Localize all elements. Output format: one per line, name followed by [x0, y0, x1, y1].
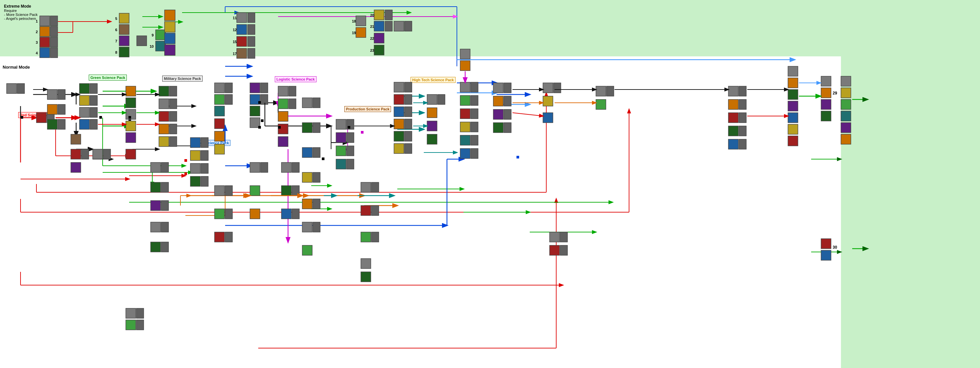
military-science-pack-label: Military Science Pack: [162, 75, 203, 82]
green-top-area: [0, 0, 980, 56]
green-science-pack-label: Green Science Pack: [89, 75, 127, 80]
extreme-mode-info: Extreme Mode Require - More Science Pack…: [3, 3, 39, 22]
logistic-science-pack-label: Logistic Science Pack: [275, 76, 317, 82]
req-1: - More Science Pack: [4, 13, 37, 17]
requires-label: Require: [4, 9, 37, 13]
hightech-science-pack-label: High Tech Science Pack: [410, 77, 455, 83]
tech-science-pack-label: Tech Science Pack: [195, 140, 231, 146]
normal-mode-label: Normal Mode: [3, 65, 30, 70]
req-2: - Angel's petrochem: [4, 17, 37, 21]
green-right-area: [841, 56, 980, 368]
production-science-pack-label: Production Science Pack: [344, 106, 391, 112]
normal-mode-bg: [0, 56, 841, 368]
red-science-pack-label: Red Science Pack: [18, 112, 52, 118]
extreme-mode-title: Extreme Mode: [4, 4, 37, 9]
